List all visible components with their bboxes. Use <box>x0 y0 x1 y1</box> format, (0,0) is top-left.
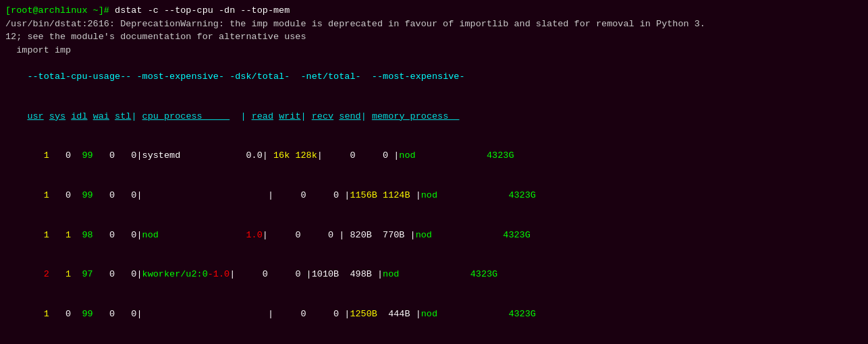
col-sys: sys <box>49 111 65 121</box>
header-row-2: usr sys idl wai stl| cpu process | read … <box>5 96 863 136</box>
data-row-4: 2 1 97 0 0|kworker/u2:0-1.0| 0 0 |1010B … <box>5 255 863 295</box>
col-recv: recv <box>312 111 333 121</box>
header-net-label: -net/total- <box>301 71 372 82</box>
col-usr: usr <box>27 111 43 121</box>
data-row-6: 1 1 98 0 0|kworker/0:2-e1.0| 0 0 | 476B … <box>5 334 863 344</box>
data-row-5: 1 0 99 0 0| | 0 0 |1250B 444B |nod 4323G <box>5 294 863 334</box>
col-stl: stl <box>115 111 131 121</box>
col-cpu-proc: cpu process <box>142 111 230 121</box>
terminal-window: [root@archlinux ~]# dstat -c --top-cpu -… <box>5 4 863 344</box>
header-dsk-label: -dsk/total- <box>229 71 300 82</box>
prompt-text: [root@archlinux ~]# <box>5 5 109 16</box>
col-read: read <box>252 111 273 121</box>
warning-line-2: 12; see the module's documentation for a… <box>5 30 863 44</box>
col-mem: memory process <box>372 111 460 121</box>
header-top-mem-label: --most-expensive- <box>372 71 465 82</box>
warning-line-1: /usr/bin/dstat:2616: DeprecationWarning:… <box>5 18 863 31</box>
col-idl: idl <box>71 111 87 121</box>
header-cpu-label: --total-cpu-usage-- <box>27 71 136 82</box>
header-top-cpu-label: -most-expensive- <box>136 71 229 82</box>
col-send: send <box>339 111 360 121</box>
command-text: dstat -c --top-cpu -dn --top-mem <box>109 5 290 16</box>
data-row-3: 1 1 98 0 0|nod 1.0| 0 0 | 820B 770B |nod… <box>5 215 863 255</box>
header-row-1: --total-cpu-usage-- -most-expensive- -ds… <box>5 57 863 96</box>
data-row-2: 1 0 99 0 0| | 0 0 |1156B 1124B |nod 4323… <box>5 175 863 215</box>
prompt-line: [root@archlinux ~]# dstat -c --top-cpu -… <box>5 4 863 18</box>
col-writ: writ <box>279 111 300 121</box>
col-wai: wai <box>93 111 109 121</box>
data-row-1: 1 0 99 0 0|systemd 0.0| 16k 128k| 0 0 |n… <box>5 136 863 176</box>
warning-line-3: import imp <box>5 44 863 57</box>
